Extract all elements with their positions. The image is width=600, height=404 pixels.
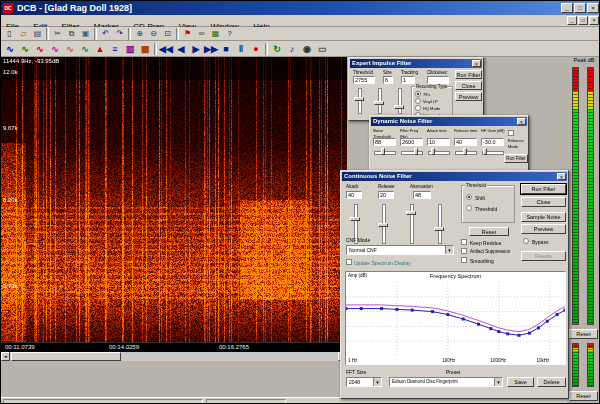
update-spectrum-label[interactable]: Update Spectrum Display (354, 260, 411, 266)
dialog-title-bar[interactable]: Dynamic Noise Filter (371, 117, 527, 126)
close-icon[interactable]: × (517, 118, 526, 125)
run-filter-button[interactable]: Run Filter (504, 154, 528, 163)
slider-thumb[interactable] (381, 148, 385, 155)
slider-thumb[interactable] (431, 148, 435, 155)
record-icon[interactable]: ● (249, 42, 263, 56)
continuous-noise-filter-icon[interactable]: ∿ (63, 42, 77, 56)
attack-time-field[interactable]: 10 (427, 138, 450, 146)
keep-residue-checkbox[interactable] (461, 239, 467, 245)
sample-noise-button[interactable]: Sample Noise (521, 212, 566, 222)
reset-button[interactable]: Reset (469, 227, 509, 236)
bypass-radio[interactable] (523, 238, 529, 244)
slider-thumb[interactable] (350, 217, 360, 221)
zoom-in-icon[interactable]: ⊕ (133, 28, 146, 40)
paste-icon[interactable]: ▣ (79, 28, 92, 40)
app-icon[interactable]: DC (3, 3, 13, 13)
open-file-icon[interactable]: ▱ (17, 28, 30, 40)
go-start-icon[interactable]: ◀◀ (159, 42, 173, 56)
zoom-out-icon[interactable]: ⊖ (147, 28, 160, 40)
release-field[interactable]: 20 (378, 191, 394, 199)
run-filter-button[interactable]: Run Filter (521, 184, 566, 194)
close-icon[interactable]: × (587, 3, 599, 13)
artifact-suppression-label[interactable]: Artifact Suppression (470, 249, 510, 255)
size-slider[interactable] (373, 87, 385, 115)
monitor-icon[interactable]: ◉ (300, 42, 314, 56)
run-filter-button[interactable]: Run Filter (455, 70, 482, 79)
minimize-icon[interactable]: _ (561, 3, 573, 13)
copy-icon[interactable]: ⧉ (65, 28, 78, 40)
filter-freq-field[interactable]: 2600 (400, 138, 423, 146)
cnf-mode-select[interactable]: Normal CNF (346, 245, 454, 255)
hf-gain-slider[interactable] (481, 148, 505, 155)
threshold-field[interactable]: 2755 (353, 76, 375, 84)
threshold-slider[interactable] (433, 203, 445, 245)
save-file-icon[interactable]: ▤ (31, 28, 44, 40)
preview-button[interactable]: Preview (521, 224, 566, 234)
dialog-title-bar[interactable]: Expert Impulse Filter (350, 59, 482, 68)
audition-icon[interactable]: ♪ (285, 42, 299, 56)
spectrogram-canvas[interactable] (1, 57, 347, 342)
radio-threshold-label[interactable]: Threshold (475, 206, 497, 212)
loop-play-icon[interactable]: ↻ (270, 42, 284, 56)
dialog-title-bar[interactable]: Continuous Noise Filter (342, 172, 567, 181)
fft-size-select[interactable]: 2048 (346, 377, 382, 387)
attack-time-slider[interactable] (427, 148, 451, 155)
attenuation-field[interactable]: 48 (413, 191, 431, 199)
freeze-button[interactable]: Freeze (521, 251, 566, 261)
release-slider[interactable] (377, 203, 389, 245)
slider-thumb[interactable] (374, 101, 384, 105)
gain-tool-icon[interactable]: ▲ (93, 42, 107, 56)
help-icon[interactable]: ? (223, 28, 236, 40)
child-minimize-icon[interactable]: _ (567, 16, 577, 25)
properties-icon[interactable]: ▦ (209, 28, 222, 40)
tracking-field[interactable]: 1 (401, 76, 415, 84)
smoothing-checkbox[interactable] (461, 257, 467, 263)
new-file-icon[interactable]: ▯ (3, 28, 16, 40)
destination-wave-icon[interactable]: ∿ (18, 42, 32, 56)
artifact-suppression-checkbox[interactable] (461, 248, 467, 254)
slider-thumb[interactable] (406, 211, 416, 215)
undo-icon[interactable]: ↶ (99, 28, 112, 40)
attack-field[interactable]: 40 (346, 191, 362, 199)
update-spectrum-checkbox[interactable] (346, 259, 352, 265)
radio-hq-mode[interactable] (415, 105, 421, 111)
slider-thumb[interactable] (354, 97, 364, 101)
noise-threshold-slider[interactable] (373, 148, 397, 155)
noise-threshold-field[interactable]: 88 (373, 138, 396, 146)
slider-thumb[interactable] (378, 223, 388, 227)
go-end-icon[interactable]: ▶▶ (204, 42, 218, 56)
radio-hq-mode-label[interactable]: HQ Mode (423, 106, 440, 112)
slider-thumb[interactable] (483, 148, 487, 155)
tracking-slider[interactable] (393, 87, 405, 115)
radio-shift-label[interactable]: Shift (475, 195, 485, 201)
spectrum-view-icon[interactable]: ▥ (123, 42, 137, 56)
delete-button[interactable]: Delete (537, 377, 566, 387)
horizontal-scrollbar[interactable]: ◂ ▸ (1, 352, 347, 361)
enhance-mode-checkbox[interactable] (508, 130, 514, 136)
play-reverse-icon[interactable]: ◀ (174, 42, 188, 56)
radio-78s-label[interactable]: 78's (423, 92, 430, 98)
release-time-field[interactable]: 40 (454, 138, 477, 146)
spectrogram-view-icon[interactable]: ▦ (138, 42, 152, 56)
stop-icon[interactable]: ■ (219, 42, 233, 56)
radio-shift[interactable] (466, 194, 472, 200)
close-icon[interactable]: × (557, 173, 566, 180)
child-restore-icon[interactable]: □ (578, 16, 588, 25)
save-button[interactable]: Save (507, 377, 534, 387)
meter-reset-button[interactable]: Reset (569, 329, 598, 339)
smoothing-label[interactable]: Smoothing (470, 258, 494, 264)
scroll-left-icon[interactable]: ◂ (1, 352, 10, 361)
zoom-selection-icon[interactable]: ⊡ (161, 28, 174, 40)
keep-residue-label[interactable]: Keep Residue (470, 240, 501, 246)
preview-button[interactable]: Preview (455, 92, 482, 101)
play-icon[interactable]: ▶ (189, 42, 203, 56)
slider-thumb[interactable] (414, 148, 418, 155)
hf-gain-field[interactable]: -30.0 (481, 138, 504, 146)
close-button[interactable]: Close (521, 197, 566, 207)
radio-vinyl-lp-label[interactable]: Vinyl LP (423, 99, 438, 105)
dynamic-noise-filter-icon[interactable]: ∿ (78, 42, 92, 56)
radio-78s[interactable] (415, 91, 421, 97)
marker-flag-icon[interactable]: ⚑ (181, 28, 194, 40)
child-close-icon[interactable]: × (589, 16, 599, 25)
radio-threshold[interactable] (466, 205, 472, 211)
